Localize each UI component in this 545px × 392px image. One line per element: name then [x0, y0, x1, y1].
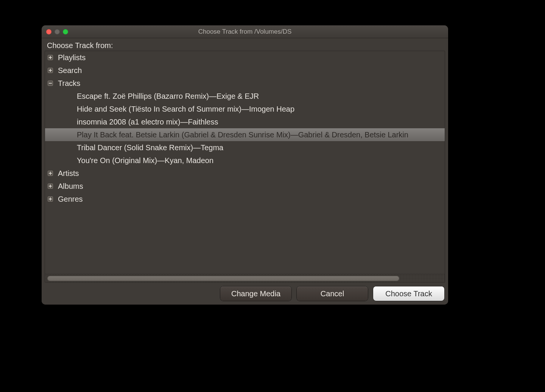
indent-spacer	[47, 145, 53, 151]
dialog-body: Choose Track from: PlaylistsSearchTracks…	[42, 38, 448, 305]
minimize-window-button	[54, 29, 60, 34]
track-item-label: You're On (Original Mix)—Kyan, Madeon	[77, 156, 213, 165]
close-window-button[interactable]	[46, 29, 51, 34]
track-item-label: insomnia 2008 (a1 electro mix)—Faithless	[77, 118, 218, 126]
tree-node-label: Genres	[58, 195, 83, 204]
choose-track-button[interactable]: Choose Track	[373, 286, 444, 301]
tree-node-label: Playlists	[58, 53, 86, 62]
dialog-button-row: Change Media Cancel Choose Track	[45, 283, 445, 301]
track-item[interactable]: Hide and Seek (Tiësto In Search of Summe…	[45, 103, 445, 115]
tree-node-artists[interactable]: Artists	[45, 167, 445, 180]
horizontal-scrollbar-track[interactable]	[45, 274, 445, 282]
expand-icon[interactable]	[47, 67, 53, 73]
track-item-label: Escape ft. Zoë Phillips (Bazarro Remix)—…	[77, 92, 259, 101]
choose-track-window: Choose Track from /Volumes/DS Choose Tra…	[42, 25, 448, 305]
tree-node-tracks[interactable]: Tracks	[45, 77, 445, 90]
track-item[interactable]: insomnia 2008 (a1 electro mix)—Faithless	[45, 115, 445, 128]
tree-node-label: Tracks	[58, 79, 80, 88]
tree-node-albums[interactable]: Albums	[45, 180, 445, 193]
titlebar: Choose Track from /Volumes/DS	[42, 25, 448, 38]
tree-node-label: Artists	[58, 169, 79, 178]
expand-icon[interactable]	[47, 54, 53, 61]
change-media-button[interactable]: Change Media	[220, 286, 291, 301]
indent-spacer	[47, 132, 53, 138]
horizontal-scrollbar-thumb[interactable]	[47, 276, 399, 281]
collapse-icon[interactable]	[47, 80, 53, 86]
indent-spacer	[47, 93, 53, 99]
expand-icon[interactable]	[47, 170, 53, 176]
expand-icon[interactable]	[47, 183, 53, 189]
window-controls	[46, 29, 68, 34]
tree-node-playlists[interactable]: Playlists	[45, 51, 445, 64]
indent-spacer	[47, 106, 53, 112]
track-item-label: Tribal Dancer (Solid Snake Remix)—Tegma	[77, 143, 223, 152]
zoom-window-button[interactable]	[63, 29, 68, 34]
track-item[interactable]: Play It Back feat. Betsie Larkin (Gabrie…	[45, 128, 445, 141]
indent-spacer	[47, 157, 53, 163]
panel-heading: Choose Track from:	[45, 40, 445, 51]
tree-node-label: Search	[58, 66, 82, 75]
expand-icon[interactable]	[47, 196, 53, 202]
track-item-label: Play It Back feat. Betsie Larkin (Gabrie…	[77, 131, 408, 139]
track-tree: PlaylistsSearchTracksEscape ft. Zoë Phil…	[45, 51, 445, 283]
window-title: Choose Track from /Volumes/DS	[42, 28, 448, 36]
track-tree-viewport: PlaylistsSearchTracksEscape ft. Zoë Phil…	[45, 51, 445, 274]
indent-spacer	[47, 119, 53, 125]
track-item-label: Hide and Seek (Tiësto In Search of Summe…	[77, 105, 294, 114]
track-item[interactable]: Escape ft. Zoë Phillips (Bazarro Remix)—…	[45, 90, 445, 103]
tree-node-label: Albums	[58, 182, 83, 191]
cancel-button[interactable]: Cancel	[297, 286, 368, 301]
track-item[interactable]: Tribal Dancer (Solid Snake Remix)—Tegma	[45, 141, 445, 154]
track-item[interactable]: You're On (Original Mix)—Kyan, Madeon	[45, 154, 445, 167]
tree-node-genres[interactable]: Genres	[45, 193, 445, 205]
tree-node-search[interactable]: Search	[45, 64, 445, 77]
